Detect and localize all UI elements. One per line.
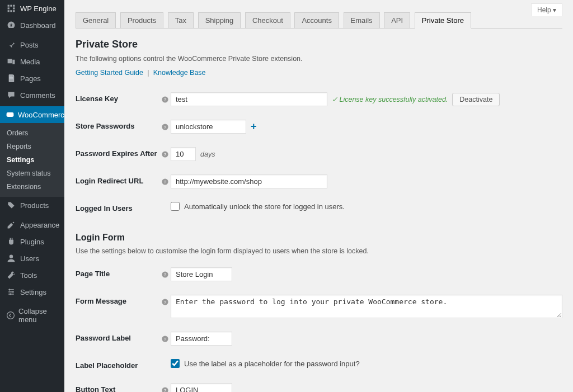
input-button-text[interactable] <box>171 383 232 392</box>
sidebar-item-woocommerce[interactable]: WooCommerce <box>0 106 64 123</box>
row-login-redirect: Login Redirect URL ? <box>76 168 562 195</box>
plugins-icon <box>6 237 17 246</box>
row-label-placeholder: Label Placeholder Use the label as a pla… <box>76 352 562 376</box>
tab-shipping[interactable]: Shipping <box>198 12 241 29</box>
svg-text:?: ? <box>164 97 166 102</box>
tab-accounts[interactable]: Accounts <box>294 12 339 29</box>
svg-text:?: ? <box>164 152 166 157</box>
svg-text:?: ? <box>164 388 166 392</box>
woo-submenu: Orders Reports Settings System status Ex… <box>0 123 64 197</box>
cb-label-logged-in: Automatically unlock the store for logge… <box>184 202 345 211</box>
label-form-message: Form Message <box>76 295 159 305</box>
tab-general[interactable]: General <box>76 12 116 29</box>
help-icon[interactable]: ? <box>159 383 171 392</box>
label-logged-in: Logged In Users <box>76 202 159 212</box>
sidebar-collapse[interactable]: Collapse menu <box>0 303 64 328</box>
sub-item-system-status[interactable]: System status <box>0 167 64 180</box>
tab-products[interactable]: Products <box>120 12 163 29</box>
svg-rect-1 <box>10 5 12 7</box>
svg-rect-6 <box>10 10 12 12</box>
tab-emails[interactable]: Emails <box>344 12 380 29</box>
sidebar-item-plugins[interactable]: Plugins <box>0 233 64 250</box>
tab-tax[interactable]: Tax <box>168 12 194 29</box>
sidebar-item-media[interactable]: Media <box>0 53 64 70</box>
unit-days: days <box>200 150 215 158</box>
label-page-title: Page Title <box>76 267 159 278</box>
row-license-key: License Key ? ✓ License key successfully… <box>76 86 562 113</box>
deactivate-button[interactable]: Deactivate <box>452 93 500 106</box>
sidebar-label: Appearance <box>20 221 59 229</box>
products-icon <box>6 201 17 210</box>
dashboard-icon <box>6 21 17 30</box>
sidebar-label: Pages <box>20 74 41 83</box>
label-license-key: License Key <box>76 92 159 103</box>
help-icon[interactable]: ? <box>159 267 171 280</box>
label-password-expires: Password Expires After <box>76 147 159 158</box>
svg-text:?: ? <box>164 125 166 130</box>
label-password-label: Password Label <box>76 332 159 342</box>
settings-tabs: General Products Tax Shipping Checkout A… <box>76 0 562 29</box>
svg-rect-9 <box>7 112 14 117</box>
comments-icon <box>6 91 17 100</box>
input-password-expires[interactable] <box>171 147 196 161</box>
sidebar-item-dashboard[interactable]: Dashboard <box>0 17 64 34</box>
checkbox-label-placeholder[interactable] <box>171 359 180 368</box>
page-intro: The following options control the WooCom… <box>76 55 562 63</box>
cb-label-placeholder: Use the label as a placeholder for the p… <box>184 360 360 368</box>
sidebar-item-comments[interactable]: Comments <box>0 87 64 103</box>
help-icon[interactable]: ? <box>159 174 171 187</box>
help-icon-spacer <box>159 202 171 205</box>
link-getting-started[interactable]: Getting Started Guide <box>76 69 143 77</box>
wpengine-icon <box>6 4 17 13</box>
help-icon[interactable]: ? <box>159 332 171 344</box>
input-password-label[interactable] <box>171 332 232 346</box>
sidebar-label: Plugins <box>20 238 44 246</box>
row-button-text: Button Text ? <box>76 376 562 392</box>
help-icon-spacer <box>159 359 171 362</box>
label-store-passwords: Store Passwords <box>76 120 159 130</box>
help-icon[interactable]: ? <box>159 295 171 308</box>
svg-text:?: ? <box>164 337 166 342</box>
sidebar-item-posts[interactable]: Posts <box>0 36 64 53</box>
sidebar-item-appearance[interactable]: Appearance <box>0 216 64 233</box>
row-store-passwords: Store Passwords ? + <box>76 113 562 140</box>
sub-item-orders[interactable]: Orders <box>0 126 64 140</box>
collapse-icon <box>6 311 15 320</box>
woo-icon <box>6 110 15 119</box>
help-icon[interactable]: ? <box>159 92 171 105</box>
sub-item-settings[interactable]: Settings <box>0 153 64 167</box>
textarea-form-message[interactable] <box>171 295 562 318</box>
svg-rect-2 <box>13 5 15 7</box>
license-status: ✓ License key successfully activated. <box>332 95 448 103</box>
admin-sidebar: WP Engine Dashboard Posts Media Pages Co… <box>0 0 64 392</box>
input-store-password[interactable] <box>171 120 246 134</box>
link-knowledge-base[interactable]: Knowledge Base <box>153 69 206 77</box>
sidebar-item-pages[interactable]: Pages <box>0 70 64 87</box>
tab-checkout[interactable]: Checkout <box>245 12 290 29</box>
sidebar-item-users[interactable]: Users <box>0 250 64 267</box>
input-page-title[interactable] <box>171 267 232 281</box>
sidebar-label: Products <box>20 201 49 210</box>
help-tab[interactable]: Help ▾ <box>531 3 562 16</box>
add-password-icon[interactable]: + <box>251 121 257 133</box>
input-license-key[interactable] <box>171 92 327 106</box>
doc-links: Getting Started Guide | Knowledge Base <box>76 68 562 77</box>
tab-api[interactable]: API <box>384 12 410 29</box>
sub-item-extensions[interactable]: Extensions <box>0 180 64 193</box>
checkbox-logged-in[interactable] <box>171 202 180 211</box>
sidebar-item-settings[interactable]: Settings <box>0 284 64 300</box>
svg-rect-4 <box>13 7 15 9</box>
svg-rect-0 <box>8 5 10 7</box>
svg-point-11 <box>7 312 14 319</box>
sidebar-item-products[interactable]: Products <box>0 197 64 214</box>
sidebar-item-tools[interactable]: Tools <box>0 267 64 284</box>
sidebar-brand[interactable]: WP Engine <box>0 0 64 17</box>
login-form-desc: Use the settings below to customise the … <box>76 247 562 255</box>
help-icon[interactable]: ? <box>159 147 171 160</box>
sidebar-label: Users <box>20 254 39 263</box>
row-form-message: Form Message ? <box>76 288 562 325</box>
tab-private-store[interactable]: Private Store <box>415 12 471 29</box>
sub-item-reports[interactable]: Reports <box>0 140 64 153</box>
input-login-redirect[interactable] <box>171 174 327 188</box>
help-icon[interactable]: ? <box>159 120 171 133</box>
